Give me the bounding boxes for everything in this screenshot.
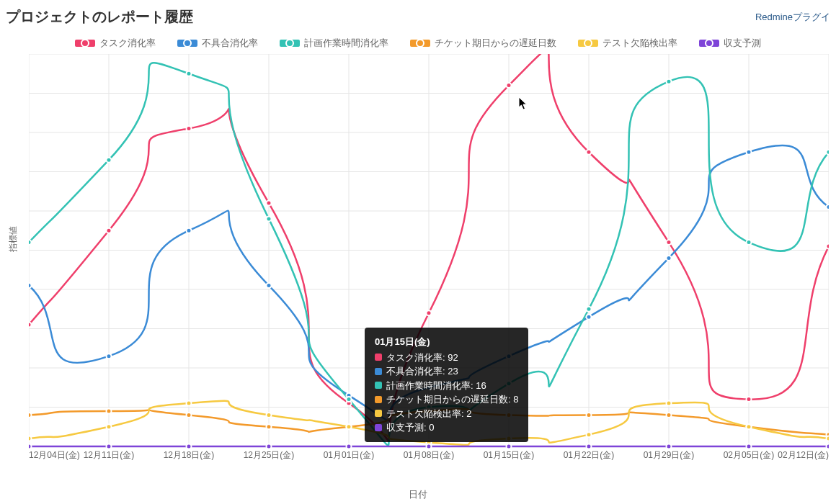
legend-item[interactable]: 収支予測	[699, 37, 761, 50]
legend-swatch	[699, 40, 719, 47]
legend-item[interactable]: テスト欠陥検出率	[578, 37, 677, 50]
data-point	[187, 71, 192, 76]
svg-text:01月08日(金): 01月08日(金)	[404, 450, 455, 460]
data-point	[747, 397, 752, 402]
data-point	[267, 283, 272, 288]
data-point	[747, 150, 752, 155]
data-point	[507, 83, 512, 88]
legend-label: タスク消化率	[99, 37, 156, 50]
legend-item[interactable]: 計画作業時間消化率	[280, 37, 388, 50]
data-point	[107, 444, 112, 449]
data-point	[267, 201, 272, 206]
data-point	[827, 150, 830, 155]
data-point	[107, 354, 112, 359]
data-point	[587, 444, 592, 449]
legend-swatch	[177, 40, 197, 47]
data-point	[267, 216, 272, 221]
svg-text:12月18日(金): 12月18日(金)	[164, 450, 215, 460]
legend-swatch	[410, 40, 430, 47]
data-point	[747, 424, 752, 429]
legend-swatch	[75, 40, 95, 47]
data-point	[427, 444, 432, 449]
data-point	[827, 244, 830, 249]
data-point	[187, 126, 192, 131]
legend-label: テスト欠陥検出率	[602, 37, 677, 50]
legend-label: 不具合消化率	[202, 37, 258, 50]
data-point	[587, 315, 592, 320]
data-point	[427, 310, 432, 315]
data-point	[667, 413, 672, 418]
svg-text:01月22日(金): 01月22日(金)	[564, 450, 615, 460]
data-point	[747, 240, 752, 245]
svg-text:01月01日(金): 01月01日(金)	[324, 450, 375, 460]
data-point	[187, 413, 192, 418]
data-point	[507, 436, 512, 441]
data-point	[107, 228, 112, 233]
data-point	[267, 444, 272, 449]
data-point	[587, 150, 592, 155]
data-point	[29, 444, 32, 449]
data-point	[667, 444, 672, 449]
data-point	[187, 228, 192, 233]
data-point	[29, 323, 32, 328]
data-point	[107, 158, 112, 163]
svg-text:01月15日(金): 01月15日(金)	[484, 450, 535, 460]
x-axis-label: 日付	[409, 488, 427, 501]
data-point	[507, 444, 512, 449]
legend-label: チケット期日からの遅延日数	[435, 37, 556, 50]
data-point	[427, 408, 432, 413]
data-point	[29, 413, 32, 418]
data-point	[29, 436, 32, 441]
chart-area: 010203040506070809010012月04日(金)12月11日(金)…	[29, 54, 829, 464]
legend-label: 収支予測	[724, 37, 761, 50]
data-point	[187, 401, 192, 406]
data-point	[187, 444, 192, 449]
data-point	[29, 240, 32, 245]
data-point	[667, 79, 672, 84]
redmine-plugin-link[interactable]: Redmineプラグイ	[755, 11, 830, 24]
data-point	[267, 413, 272, 418]
data-point	[667, 256, 672, 261]
legend-swatch	[280, 40, 300, 47]
data-point	[507, 413, 512, 418]
svg-text:02月05日(金): 02月05日(金)	[724, 450, 775, 460]
data-point	[29, 283, 32, 288]
page-title: プロジェクトのレポート履歴	[6, 7, 193, 27]
svg-text:02月12日(金): 02月12日(金)	[778, 450, 829, 460]
data-point	[827, 436, 830, 441]
data-point	[747, 444, 752, 449]
svg-text:12月04日(金): 12月04日(金)	[29, 450, 80, 460]
legend-item[interactable]: チケット期日からの遅延日数	[410, 37, 556, 50]
data-point	[347, 424, 352, 429]
data-point	[667, 240, 672, 245]
svg-text:12月25日(金): 12月25日(金)	[244, 450, 295, 460]
data-point	[507, 381, 512, 386]
data-point	[507, 354, 512, 359]
data-point	[587, 307, 592, 312]
legend-item[interactable]: タスク消化率	[75, 37, 156, 50]
data-point	[827, 204, 830, 210]
data-point	[587, 413, 592, 418]
legend-item[interactable]: 不具合消化率	[177, 37, 258, 50]
data-point	[107, 408, 112, 413]
data-point	[587, 432, 592, 437]
chart-svg: 010203040506070809010012月04日(金)12月11日(金)…	[29, 54, 829, 464]
data-point	[267, 424, 272, 429]
data-point	[827, 444, 830, 449]
data-point	[427, 385, 432, 390]
legend-label: 計画作業時間消化率	[304, 37, 388, 50]
data-point	[347, 444, 352, 449]
chart-legend: タスク消化率不具合消化率計画作業時間消化率チケット期日からの遅延日数テスト欠陥検…	[0, 27, 836, 54]
y-axis-label: 指標値	[7, 226, 19, 252]
svg-text:12月11日(金): 12月11日(金)	[84, 450, 135, 460]
data-point	[107, 424, 112, 429]
data-point	[667, 401, 672, 406]
data-point	[347, 397, 352, 402]
legend-swatch	[578, 40, 598, 47]
svg-text:01月29日(金): 01月29日(金)	[644, 450, 695, 460]
